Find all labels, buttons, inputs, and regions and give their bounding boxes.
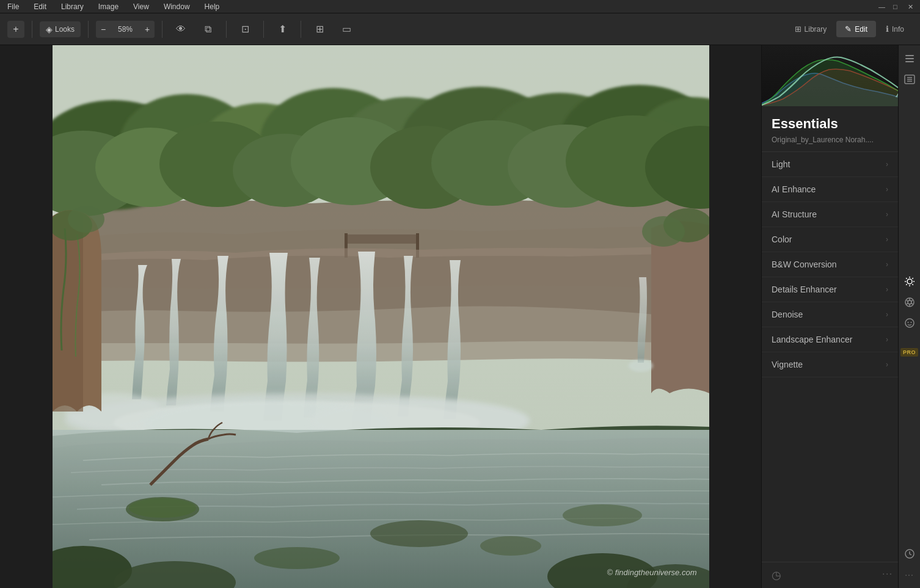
menu-image[interactable]: Image (96, 1, 121, 12)
pro-badge-btn[interactable]: PRO (898, 344, 920, 361)
histogram (762, 45, 920, 106)
library-label: Library (805, 25, 827, 34)
crop-icon: ⊡ (241, 23, 249, 35)
light-icon (904, 276, 915, 287)
compare-button[interactable]: ⧉ (197, 20, 219, 39)
svg-rect-49 (905, 61, 914, 62)
tab-info[interactable]: ℹ Info (877, 21, 913, 37)
denoise-label: Denoise (772, 310, 803, 319)
separator-2 (88, 21, 89, 38)
bw-label: B&W Conversion (772, 260, 837, 269)
zoom-plus-button[interactable]: + (140, 21, 155, 38)
ai-enhance-arrow: › (886, 185, 888, 194)
color-wheel-icon (904, 297, 915, 308)
layers-icon-btn[interactable] (901, 50, 918, 67)
dots-icon[interactable]: ··· (882, 568, 893, 582)
panel-item-denoise[interactable]: Denoise › (762, 302, 898, 327)
looks-icon: ◈ (46, 24, 53, 34)
minimize-button[interactable]: — (878, 3, 886, 10)
svg-line-61 (912, 278, 913, 278)
vignette-label: Vignette (772, 360, 803, 369)
add-button[interactable]: + (7, 21, 24, 38)
svg-line-66 (911, 300, 913, 301)
color-label: Color (772, 234, 792, 244)
preview-button[interactable]: 👁 (170, 20, 192, 39)
panel-content: Essentials Original_by_Laurence Norah...… (762, 106, 920, 562)
light-arrow: › (886, 160, 888, 169)
histogram-chart (762, 45, 920, 106)
maximize-button[interactable]: □ (893, 3, 900, 10)
photo-container: © findingtheuniverse.com (53, 45, 709, 588)
main-layout: © findingtheuniverse.com (0, 45, 920, 588)
watermark: © findingtheuniverse.com (607, 568, 697, 577)
toolbar: + ◈ Looks − 58% + 👁 ⧉ ⊡ ⬆ ⊞ ▭ ⊞ Library … (0, 13, 920, 45)
separator-3 (162, 21, 162, 38)
menu-file[interactable]: File (5, 1, 21, 12)
close-button[interactable]: ✕ (908, 3, 915, 10)
menu-edit[interactable]: Edit (31, 1, 49, 12)
ai-structure-label: AI Structure (772, 209, 817, 219)
svg-rect-48 (905, 58, 914, 59)
svg-line-69 (906, 303, 908, 304)
panel-item-landscape[interactable]: Landscape Enhancer › (762, 327, 898, 352)
panel-bottom-icons: ◷ ··· (762, 562, 920, 588)
panel-item-ai-structure[interactable]: AI Structure › (762, 202, 898, 227)
face-icon-btn[interactable] (901, 314, 918, 332)
looks-button[interactable]: ◈ Looks (40, 21, 81, 37)
landscape-label: Landscape Enhancer (772, 335, 852, 344)
face-icon (904, 318, 915, 328)
separator-4 (226, 21, 227, 38)
ai-enhance-label: AI Enhance (772, 184, 816, 194)
svg-point-71 (905, 319, 914, 327)
panel-item-details[interactable]: Details Enhancer › (762, 277, 898, 302)
eye-icon: 👁 (176, 24, 186, 35)
svg-line-70 (906, 300, 908, 301)
vignette-arrow: › (886, 360, 888, 369)
svg-line-67 (911, 303, 913, 304)
panel-item-color[interactable]: Color › (762, 227, 898, 252)
bw-arrow: › (886, 260, 888, 269)
color-wheel-icon-btn[interactable] (901, 294, 918, 311)
edit-icon: ✎ (845, 24, 852, 34)
color-arrow: › (886, 235, 888, 244)
menu-help[interactable]: Help (202, 1, 222, 12)
panel-subtitle: Original_by_Laurence Norah.... (762, 134, 898, 152)
edit-label: Edit (855, 25, 867, 34)
frame-button[interactable]: ▭ (335, 20, 357, 39)
svg-point-72 (907, 322, 908, 323)
svg-point-54 (907, 279, 912, 284)
right-panel: Essentials Original_by_Laurence Norah...… (761, 45, 920, 588)
menu-window[interactable]: Window (161, 1, 192, 12)
info-label: Info (892, 25, 904, 34)
more-options-btn[interactable]: ··· (901, 566, 918, 583)
sliders-icon-btn[interactable] (901, 71, 918, 88)
details-arrow: › (886, 285, 888, 294)
menu-view[interactable]: View (131, 1, 152, 12)
svg-line-62 (906, 284, 907, 285)
menu-library[interactable]: Library (59, 1, 86, 12)
panel-icons: PRO ··· (898, 45, 920, 588)
grid-icon: ⊞ (316, 23, 324, 35)
tab-edit[interactable]: ✎ Edit (836, 21, 876, 37)
zoom-value[interactable]: 58% (111, 25, 140, 34)
waterfall-photo (53, 45, 709, 588)
panel-item-ai-enhance[interactable]: AI Enhance › (762, 177, 898, 202)
library-icon: ⊞ (795, 24, 801, 34)
clock-icon[interactable]: ◷ (772, 568, 781, 582)
panel-item-bw[interactable]: B&W Conversion › (762, 252, 898, 277)
sliders-icon (904, 74, 915, 85)
clock-btn[interactable] (901, 545, 918, 562)
crop-button[interactable]: ⊡ (234, 20, 256, 39)
share-button[interactable]: ⬆ (271, 20, 293, 39)
zoom-minus-button[interactable]: − (96, 21, 111, 38)
zoom-control: − 58% + (96, 21, 155, 38)
panel-item-vignette[interactable]: Vignette › (762, 352, 898, 377)
tab-library[interactable]: ⊞ Library (786, 21, 836, 37)
light-icon-btn[interactable] (901, 273, 918, 290)
frame-icon: ▭ (342, 23, 351, 35)
panel-item-light[interactable]: Light › (762, 152, 898, 177)
grid-button[interactable]: ⊞ (308, 20, 330, 39)
landscape-arrow: › (886, 335, 888, 344)
svg-point-73 (910, 322, 911, 323)
separator-5 (263, 21, 264, 38)
